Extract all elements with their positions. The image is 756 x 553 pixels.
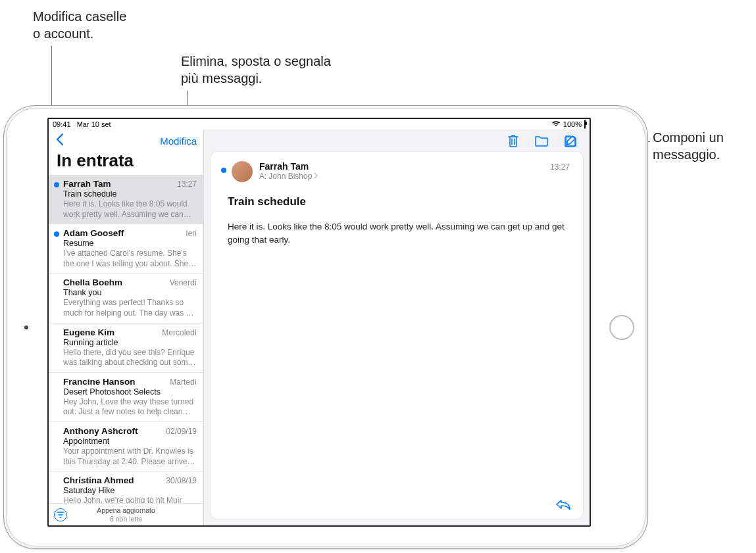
list-sender: Christina Ahmed [63,475,134,485]
list-sender: Francine Hanson [63,377,136,387]
list-preview: Hello there, did you see this? Enrique w… [63,348,197,368]
status-time: 09:41 [53,120,71,128]
message-subject: Train schedule [211,182,583,214]
callout-edit-mailboxes: Modifica caselle o account. [33,8,126,42]
header-sender[interactable]: Farrah Tam [259,161,572,172]
message-card: Farrah Tam A: John Bishop 13:27 [211,152,583,519]
ipad-bezel: 09:41 Mar 10 set 100% [6,108,645,546]
message-list-item[interactable]: Francine HansonMartedìDesert Photoshoot … [49,373,203,422]
status-date: Mar 10 set [77,120,111,128]
list-preview: Hey John, Love the way these turned out.… [63,397,197,418]
trash-button[interactable] [507,133,520,148]
header-info: Farrah Tam A: John Bishop [259,161,572,182]
list-time: Martedì [170,377,197,387]
unread-dot-icon [54,231,59,237]
message-list-item[interactable]: Christina Ahmed30/08/19Saturday HikeHell… [49,471,203,503]
list-subject: Resume [63,239,197,248]
toolbar [204,130,590,152]
screen: 09:41 Mar 10 set 100% [47,118,591,527]
front-camera [24,325,28,329]
message-list[interactable]: Farrah Tam13:27Train scheduleHere it is.… [49,175,203,503]
home-button[interactable] [609,315,634,340]
unread-dot-icon [54,182,59,187]
footer-status-area: Appena aggiornato 6 non lette [49,506,203,523]
sidebar-footer: Appena aggiornato 6 non lette [49,503,203,525]
list-preview: Hello John, we're going to hit Muir earl… [63,496,197,503]
list-time: 30/08/19 [166,476,197,485]
compose-button[interactable] [563,133,578,148]
list-subject: Train schedule [63,189,197,199]
message-list-item[interactable]: Chella BoehmVenerdìThank youEverything w… [49,274,203,323]
sidebar-header: Modifica [49,130,203,149]
list-preview: Your appointment with Dr. Knowles is thi… [63,446,197,467]
list-subject: Appointment [63,437,197,446]
wifi-icon [551,120,561,128]
callout-delete-move: Elimina, sposta o segnala più messaggi. [181,53,331,87]
list-sender: Chella Boehm [63,277,122,287]
status-left: 09:41 Mar 10 set [53,120,111,128]
list-time: Ieri [186,229,197,238]
ipad-frame: 09:41 Mar 10 set 100% [3,105,648,549]
message-list-item[interactable]: Eugene KimMercoledìRunning articleHello … [49,324,203,373]
reply-button[interactable] [555,498,571,511]
message-list-item[interactable]: Adam GooseffIeriResumeI've attached Caro… [49,224,203,274]
battery-percent: 100% [563,120,582,128]
list-preview: Here it is. Looks like the 8:05 would wo… [63,199,197,220]
list-subject: Saturday Hike [63,486,197,495]
list-time: Mercoledì [162,328,197,337]
list-subject: Thank you [63,288,197,297]
to-name: John Bishop [268,172,312,181]
footer-updated: Appena aggiornato [49,506,203,515]
status-right: 100% [551,120,586,128]
message-body: Here it is. Looks like the 8:05 would wo… [211,214,583,254]
list-time: 02/09/19 [166,427,197,436]
app-body: Modifica In entrata Farrah Tam13:27Train… [49,130,590,525]
list-sender: Farrah Tam [63,179,111,189]
list-preview: Everything was perfect! Thanks so much f… [63,298,197,318]
sidebar: Modifica In entrata Farrah Tam13:27Train… [49,130,204,525]
list-sender: Adam Gooseff [63,228,124,238]
list-time: Venerdì [170,278,197,287]
edit-button[interactable]: Modifica [160,135,197,147]
header-recipient-row[interactable]: A: John Bishop [259,172,572,181]
list-time: 13:27 [177,180,197,189]
message-header: Farrah Tam A: John Bishop 13:27 [211,152,583,182]
footer-unread-count: 6 non lette [49,515,203,523]
header-time: 13:27 [550,162,570,172]
list-sender: Eugene Kim [63,327,114,337]
list-preview: I've attached Carol's resume. She's the … [63,249,197,269]
reply-row [211,491,583,519]
message-list-item[interactable]: Anthony Ashcroft02/09/19AppointmentYour … [49,422,203,471]
message-list-item[interactable]: Farrah Tam13:27Train scheduleHere it is.… [49,175,203,224]
to-label: A: [259,172,266,181]
move-folder-button[interactable] [534,134,549,147]
sender-avatar[interactable] [232,161,253,182]
list-subject: Running article [63,338,197,347]
list-sender: Anthony Ashcroft [63,426,138,436]
status-bar: 09:41 Mar 10 set 100% [49,119,590,130]
callout-compose: Componi un messaggio. [653,129,724,163]
chevron-right-icon [314,172,318,180]
inbox-title: In entrata [49,149,203,175]
back-button[interactable] [53,133,66,149]
main-pane: Farrah Tam A: John Bishop 13:27 [204,130,590,525]
unread-indicator [221,168,226,173]
battery-icon [584,120,586,128]
list-subject: Desert Photoshoot Selects [63,387,197,397]
